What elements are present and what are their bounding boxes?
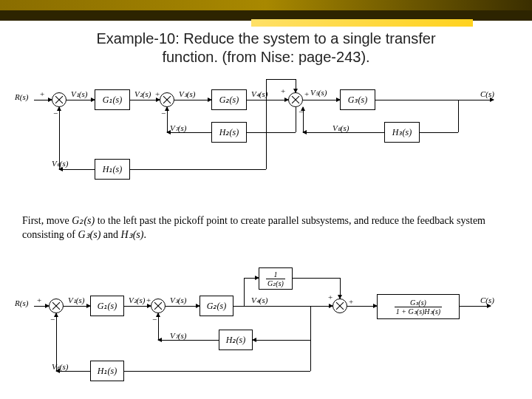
label-C: C(s) [480,296,494,304]
invG2-num: 1 [274,270,278,279]
wire [166,306,200,307]
block-H3: H₃(s) [384,122,420,143]
block-H1: H₁(s) [95,159,130,180]
cl-num: G₃(s) [410,299,426,307]
wire [167,107,168,132]
label-C: C(s) [480,89,494,98]
block-H1: H₁(s) [90,361,124,381]
wire [124,371,310,372]
block-G1: G₁(s) [95,89,130,110]
wire [266,79,267,100]
para-G3: G₃(s) [78,229,100,240]
sign-plus: + [349,297,353,306]
label-V4: V₄(s) [251,89,267,99]
block-diagram-reduced: R(s) + − V₁(s) G₁(s) V₂(s) + − V₃(s) G₂(… [15,281,517,392]
summing-junction-1 [52,92,66,107]
label-V3: V₃(s) [170,296,186,305]
wire [303,132,384,133]
wire [296,107,296,132]
wire [303,107,304,132]
block-G2: G₂(s) [211,89,247,110]
wire [303,100,340,100]
wire [296,79,296,92]
sign-plus: + [304,89,309,98]
wire [244,278,259,279]
wire [167,132,211,133]
wire [375,100,494,100]
wire [347,306,377,307]
title-line-1: Example-10: Reduce the system to a singl… [96,30,435,47]
label-R: R(s) [15,92,28,101]
label-V2: V₂(s) [134,89,151,99]
title-line-2: function. (from Nise: page-243). [162,49,369,65]
wire [124,306,151,307]
block-closed-loop-G3H3: G₃(s)1 + G₃(s)H₃(s) [377,294,460,319]
para-text: First, move [22,215,72,226]
wire [266,100,267,169]
summing-junction-3 [288,92,303,107]
wire [420,132,458,133]
wire [253,340,310,341]
wire [233,306,332,307]
sign-plus: + [328,293,332,301]
wire [340,278,341,299]
wire [247,100,288,100]
wire [59,107,60,169]
label-V4: V₄(s) [251,296,267,305]
label-V2: V₂(s) [129,296,145,305]
para-text: and [100,229,120,240]
wire [56,371,90,372]
sign-plus: + [37,296,41,304]
para-G2: G₂(s) [72,215,95,226]
wire [130,169,266,170]
block-G3: G₃(s) [340,89,375,110]
sign-plus: + [146,296,151,304]
para-text: . [143,229,146,240]
slide-header-band [0,0,532,21]
label-R: R(s) [15,299,28,307]
sign-plus: + [281,86,285,95]
wire [310,340,311,371]
label-V3: V₃(s) [179,89,195,99]
wire [34,306,49,307]
slide-title: Example-10: Reduce the system to a singl… [0,30,532,66]
cl-den: 1 + G₃(s)H₃(s) [395,307,442,316]
wire [130,100,160,100]
wire [64,306,90,307]
wire [247,132,296,133]
label-V1: V₁(s) [71,89,87,99]
summing-junction-1 [49,299,64,313]
wire [66,100,95,100]
explanation-paragraph: First, move G₂(s) to the left past the p… [22,214,495,242]
label-V1: V₁(s) [68,296,84,305]
sign-plus: + [40,89,44,98]
wire [293,278,340,279]
block-H2: H₂(s) [219,330,253,350]
para-H3: H₃(s) [121,229,144,240]
block-G2: G₂(s) [200,296,233,316]
wire [158,313,159,340]
summing-junction-2 [151,299,166,313]
block-G1: G₁(s) [90,296,124,316]
wire [458,100,459,132]
wire [266,79,296,80]
wire [158,340,219,341]
summing-junction-4 [332,299,347,313]
wire [460,306,491,307]
sign-plus: + [155,89,160,98]
slide-header-accent [251,19,473,27]
block-diagram-original: R(s) + − V₁(s) G₁(s) V₂(s) + − V₃(s) G₂(… [15,85,517,188]
summing-junction-2 [160,92,174,107]
wire [244,278,245,306]
wire [34,100,52,100]
invG2-den: G₂(s) [266,279,285,287]
wire [59,169,95,170]
wire [310,306,311,340]
block-1-over-G2: 1G₂(s) [259,267,293,290]
block-H2: H₂(s) [211,122,247,143]
wire [174,100,211,100]
label-V5: V₅(s) [310,88,327,98]
wire [56,313,57,371]
